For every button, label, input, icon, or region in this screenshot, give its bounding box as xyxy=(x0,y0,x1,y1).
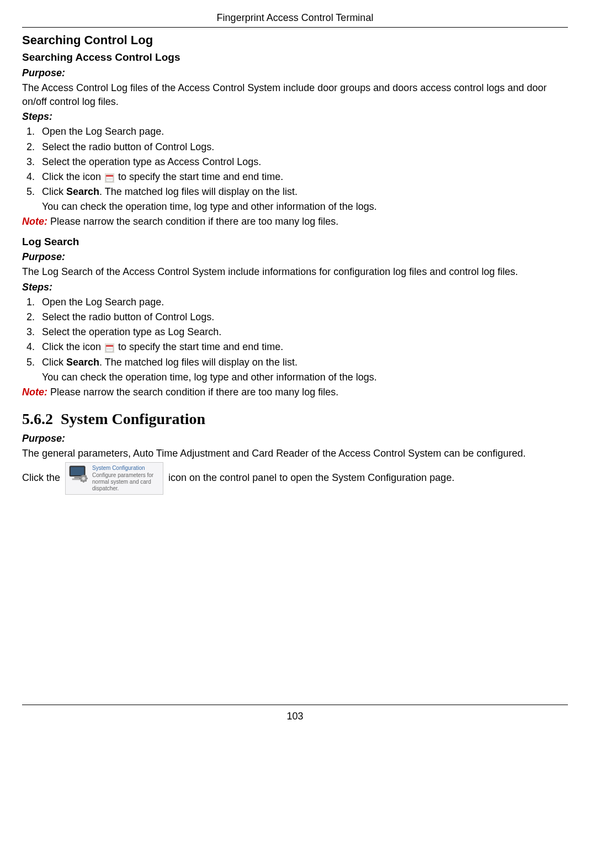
note-text: Please narrow the search condition if th… xyxy=(47,387,338,398)
purpose-label: Purpose: xyxy=(22,250,568,264)
step5-bold: Search xyxy=(66,186,99,197)
purpose-text: The Access Control Log files of the Acce… xyxy=(22,81,568,109)
calendar-icon xyxy=(105,343,114,352)
svg-line-24 xyxy=(81,475,81,476)
step5-suffix: . The matched log files will display on … xyxy=(99,186,297,197)
svg-rect-2 xyxy=(106,175,113,177)
step-item: Select the operation type as Log Search. xyxy=(38,325,568,339)
svg-rect-15 xyxy=(71,467,84,475)
purpose-label: Purpose: xyxy=(22,66,568,80)
heading-searching-control-log: Searching Control Log xyxy=(22,32,568,49)
note-text: Please narrow the search condition if th… xyxy=(47,216,338,227)
click-prefix: Click the xyxy=(22,472,63,483)
note-label: Note: xyxy=(22,216,47,227)
note-line: Note: Please narrow the search condition… xyxy=(22,215,568,229)
header-divider xyxy=(22,27,568,28)
calendar-icon xyxy=(105,173,114,182)
system-configuration-tile-icon: System Configuration Configure parameter… xyxy=(65,462,163,495)
click-line: Click the xyxy=(22,462,568,495)
step-item: Select the operation type as Access Cont… xyxy=(38,155,568,169)
svg-rect-9 xyxy=(106,345,113,347)
steps-list-1: Open the Log Search page. Select the rad… xyxy=(22,125,568,199)
tile-title: System Configuration xyxy=(92,465,158,472)
click-suffix: icon on the control panel to open the Sy… xyxy=(168,472,454,483)
step5-note: You can check the operation time, log ty… xyxy=(42,371,568,384)
note-line: Note: Please narrow the search condition… xyxy=(22,385,568,399)
purpose-text: The Log Search of the Access Control Sys… xyxy=(22,265,568,279)
steps-list-2: Open the Log Search page. Select the rad… xyxy=(22,295,568,369)
heading-system-configuration: 5.6.2 System Configuration xyxy=(22,408,568,430)
step4-suffix: to specify the start time and end time. xyxy=(115,171,283,182)
section-number: 5.6.2 xyxy=(22,410,53,427)
step-item: Click Search. The matched log files will… xyxy=(38,185,568,199)
purpose-label: Purpose: xyxy=(22,432,568,446)
svg-line-26 xyxy=(86,475,86,476)
purpose-text: The general parameters, Auto Time Adjust… xyxy=(22,447,568,461)
svg-point-19 xyxy=(82,477,86,480)
page-header-title: Fingerprint Access Control Terminal xyxy=(22,11,568,25)
monitor-gear-icon xyxy=(68,465,89,483)
svg-line-27 xyxy=(81,480,81,481)
step-item: Click the icon to specify the start time… xyxy=(38,340,568,354)
step-item: Open the Log Search page. xyxy=(38,295,568,309)
svg-line-25 xyxy=(86,480,86,481)
page-number: 103 xyxy=(22,710,568,723)
tile-desc: Configure parameters for normal system a… xyxy=(92,472,153,491)
note-label: Note: xyxy=(22,387,47,398)
step5-note: You can check the operation time, log ty… xyxy=(42,200,568,214)
steps-label: Steps: xyxy=(22,280,568,294)
heading-searching-access-control-logs: Searching Access Control Logs xyxy=(22,50,568,65)
step4-prefix: Click the icon xyxy=(42,341,101,352)
step5-bold: Search xyxy=(66,357,99,368)
step-item: Open the Log Search page. xyxy=(38,125,568,139)
step4-prefix: Click the icon xyxy=(42,171,101,182)
steps-label: Steps: xyxy=(22,110,568,124)
step-item: Click the icon to specify the start time… xyxy=(38,170,568,184)
step4-suffix: to specify the start time and end time. xyxy=(115,341,283,352)
step5-prefix: Click xyxy=(42,186,66,197)
heading-log-search: Log Search xyxy=(22,235,568,250)
step-item: Click Search. The matched log files will… xyxy=(38,356,568,369)
section-title: System Configuration xyxy=(61,410,205,427)
step-item: Select the radio button of Control Logs. xyxy=(38,310,568,324)
step-item: Select the radio button of Control Logs. xyxy=(38,140,568,154)
footer-divider xyxy=(22,705,568,705)
step5-suffix: . The matched log files will display on … xyxy=(99,357,297,368)
step5-prefix: Click xyxy=(42,357,66,368)
